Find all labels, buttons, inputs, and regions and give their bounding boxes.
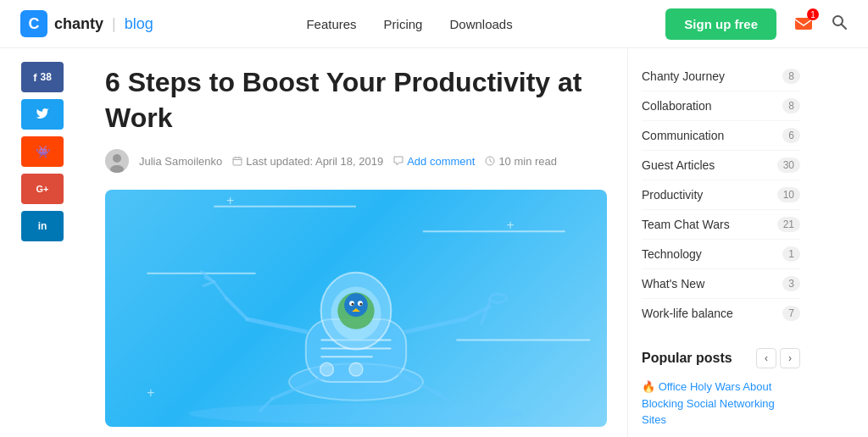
category-item[interactable]: Communication 6 [642, 121, 800, 151]
category-name: Work-life balance [642, 307, 733, 320]
article-hero-image: + + + + [105, 190, 607, 427]
notification-icon[interactable]: 1 [790, 10, 817, 37]
category-item[interactable]: Collaboration 8 [642, 91, 800, 121]
svg-line-38 [226, 298, 248, 319]
social-sidebar: f 38 👾 G+ in [0, 48, 85, 437]
nav-features[interactable]: Features [306, 17, 356, 31]
category-count: 6 [782, 128, 800, 143]
category-name: Productivity [642, 188, 703, 202]
nav-downloads[interactable]: Downloads [449, 17, 512, 31]
category-name: Chanty Journey [642, 69, 725, 83]
svg-line-39 [214, 282, 226, 299]
svg-line-46 [481, 301, 490, 324]
header-actions: Sign up free 1 [665, 8, 848, 40]
google-icon: G+ [36, 184, 49, 194]
svg-point-27 [349, 362, 363, 376]
category-name: Collaboration [642, 99, 712, 113]
popular-posts-section: Popular posts ‹ › 🔥 Office Holy Wars Abo… [642, 348, 800, 429]
reddit-icon: 👾 [36, 145, 50, 158]
facebook-share-button[interactable]: f 38 [21, 62, 64, 92]
hero-decoration: + + + + [105, 190, 607, 423]
author-name: Julia Samoilenko [139, 155, 222, 168]
category-list: Chanty Journey 8 Collaboration 8 Communi… [642, 62, 800, 328]
popular-posts-next[interactable]: › [780, 348, 800, 368]
linkedin-icon: in [38, 220, 47, 232]
logo-text: chanty [54, 15, 103, 33]
svg-point-35 [359, 303, 362, 306]
linkedin-share-button[interactable]: in [21, 211, 64, 241]
svg-rect-6 [233, 158, 242, 165]
right-sidebar: Chanty Journey 8 Collaboration 8 Communi… [627, 48, 814, 437]
category-name: What's New [642, 277, 704, 290]
category-count: 7 [782, 306, 800, 321]
twitter-share-button[interactable] [21, 99, 64, 130]
blog-label: blog [125, 15, 153, 33]
facebook-count: 38 [40, 71, 51, 83]
clock-icon [485, 156, 495, 166]
category-name: Guest Articles [642, 158, 715, 172]
svg-line-12 [490, 161, 492, 163]
svg-text:+: + [147, 385, 154, 400]
svg-line-43 [406, 319, 465, 332]
svg-point-4 [113, 154, 121, 163]
category-count: 3 [782, 276, 800, 291]
article-meta: Julia Samoilenko Last updated: April 18,… [105, 149, 607, 173]
popular-post-icon: 🔥 [642, 380, 655, 393]
svg-point-45 [490, 295, 507, 303]
twitter-icon [36, 107, 49, 123]
logo-divider: | [112, 15, 116, 33]
article-date: Last updated: April 18, 2019 [232, 155, 383, 168]
category-item[interactable]: Chanty Journey 8 [642, 62, 800, 91]
nav-pricing[interactable]: Pricing [384, 17, 423, 31]
category-count: 21 [777, 217, 800, 232]
notification-badge: 1 [807, 8, 819, 20]
category-name: Technology [642, 247, 702, 261]
article-read-time: 10 min read [485, 155, 557, 168]
svg-text:+: + [226, 193, 234, 207]
svg-line-2 [842, 24, 847, 29]
main-content: 6 Steps to Boost Your Productivity at Wo… [85, 48, 627, 437]
popular-posts-title: Popular posts [642, 351, 732, 366]
article-comment[interactable]: Add comment [393, 155, 475, 168]
google-share-button[interactable]: G+ [21, 174, 64, 204]
facebook-icon: f [33, 71, 36, 84]
svg-line-42 [203, 282, 214, 286]
category-item[interactable]: Guest Articles 30 [642, 151, 800, 180]
calendar-icon [232, 156, 242, 166]
svg-point-31 [344, 294, 368, 318]
svg-text:+: + [507, 218, 515, 233]
category-name: Team Chat Wars [642, 218, 730, 231]
logo-icon: C [20, 10, 47, 37]
comment-icon [393, 156, 403, 166]
category-item[interactable]: Productivity 10 [642, 180, 800, 210]
popular-posts-header: Popular posts ‹ › [642, 348, 800, 368]
category-count: 1 [782, 246, 800, 262]
category-name: Communication [642, 129, 724, 142]
site-header: C chanty | blog Features Pricing Downloa… [0, 0, 868, 48]
category-item[interactable]: What's New 3 [642, 269, 800, 299]
logo-area: C chanty | blog [20, 10, 153, 37]
svg-line-37 [248, 319, 306, 332]
reddit-share-button[interactable]: 👾 [21, 136, 64, 167]
popular-post-item: 🔥 Office Holy Wars About Blocking Social… [642, 379, 800, 429]
category-item[interactable]: Technology 1 [642, 240, 800, 269]
popular-posts-nav: ‹ › [756, 348, 800, 368]
signup-button[interactable]: Sign up free [665, 8, 776, 40]
search-icon[interactable] [831, 14, 848, 35]
popular-post-link[interactable]: Office Holy Wars About Blocking Social N… [642, 380, 775, 426]
category-item[interactable]: Team Chat Wars 21 [642, 210, 800, 240]
category-count: 8 [782, 69, 800, 84]
author-avatar [105, 149, 129, 173]
page-body: f 38 👾 G+ in 6 Steps to Boost Your Produ… [0, 48, 868, 437]
category-item[interactable]: Work-life balance 7 [642, 299, 800, 328]
svg-point-51 [189, 404, 524, 424]
svg-point-34 [352, 303, 354, 306]
svg-point-26 [320, 362, 334, 376]
category-count: 8 [782, 98, 800, 113]
article-title: 6 Steps to Boost Your Productivity at Wo… [105, 65, 607, 136]
popular-posts-prev[interactable]: ‹ [756, 348, 776, 368]
category-count: 30 [777, 158, 800, 173]
main-nav: Features Pricing Downloads [306, 17, 512, 31]
category-count: 10 [777, 187, 800, 202]
